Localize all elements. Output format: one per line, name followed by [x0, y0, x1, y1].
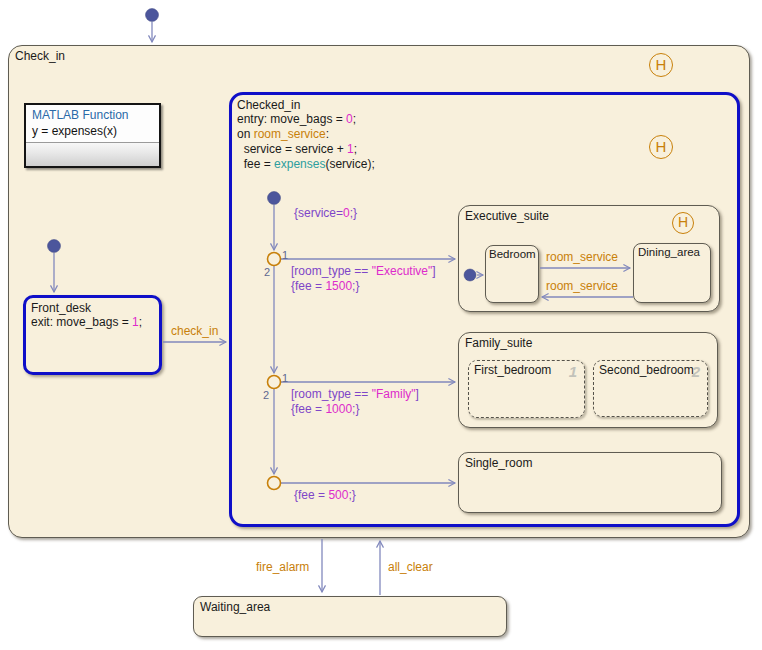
junction2-branch-1: 1: [282, 372, 288, 384]
matlab-function-block[interactable]: MATLAB Function y = expenses(x): [24, 103, 161, 168]
transition-label-fire-alarm[interactable]: fire_alarm: [256, 560, 309, 575]
default-dot-check-in[interactable]: [146, 9, 159, 22]
state-check-in-label: Check_in: [9, 46, 749, 63]
stateflow-canvas: Check_in MATLAB Function y = expenses(x)…: [0, 0, 762, 650]
state-front-desk-label: Front_desk: [26, 298, 159, 315]
history-junction-icon[interactable]: H: [649, 53, 673, 77]
state-single-room-label: Single_room: [459, 453, 721, 470]
state-dining-area-label: Dining_area: [634, 244, 710, 258]
history-junction-icon[interactable]: H: [649, 135, 673, 159]
state-front-desk[interactable]: Front_desk exit: move_bags = 1;: [23, 295, 162, 375]
junction1-branch-2: 2: [264, 266, 270, 278]
state-dining-area[interactable]: Dining_area: [633, 243, 711, 303]
transition-label-executive[interactable]: [room_type == "Executive"] {fee = 1500;}: [291, 264, 436, 294]
junction1-branch-1: 1: [282, 249, 288, 261]
parallel-order-badge: 1: [569, 363, 577, 380]
junction2-branch-2: 2: [263, 389, 269, 401]
transition-label-service-init[interactable]: {service=0;}: [294, 206, 357, 221]
state-family-suite-label: Family_suite: [459, 333, 717, 350]
transition-label-room-service-back[interactable]: room_service: [546, 279, 618, 294]
history-junction-icon[interactable]: H: [672, 212, 694, 234]
transition-label-room-service-fwd[interactable]: room_service: [546, 250, 618, 265]
state-second-bedroom-label: Second_bedroom: [594, 361, 707, 377]
parallel-order-badge: 2: [692, 363, 700, 380]
state-checked-in-label: Checked_in: [232, 95, 737, 112]
state-waiting-area[interactable]: Waiting_area: [193, 596, 507, 637]
matlab-function-footer: [26, 142, 159, 166]
state-waiting-area-label: Waiting_area: [194, 597, 506, 614]
transition-label-family[interactable]: [room_type == "Family"] {fee = 1000;}: [291, 387, 419, 417]
state-bedroom-label: Bedroom: [486, 246, 538, 260]
state-bedroom[interactable]: Bedroom: [485, 245, 539, 303]
state-front-desk-body: exit: move_bags = 1;: [26, 315, 159, 330]
transition-label-check-in[interactable]: check_in: [171, 324, 218, 339]
state-first-bedroom-label: First_bedroom: [469, 361, 584, 377]
matlab-function-signature: y = expenses(x): [26, 122, 159, 138]
state-first-bedroom[interactable]: First_bedroom 1: [468, 360, 585, 418]
transition-label-single[interactable]: {fee = 500;}: [294, 488, 356, 503]
matlab-function-title: MATLAB Function: [26, 105, 159, 122]
state-second-bedroom[interactable]: Second_bedroom 2: [593, 360, 708, 417]
state-single-room[interactable]: Single_room: [458, 452, 722, 513]
transition-label-all-clear[interactable]: all_clear: [388, 560, 433, 575]
